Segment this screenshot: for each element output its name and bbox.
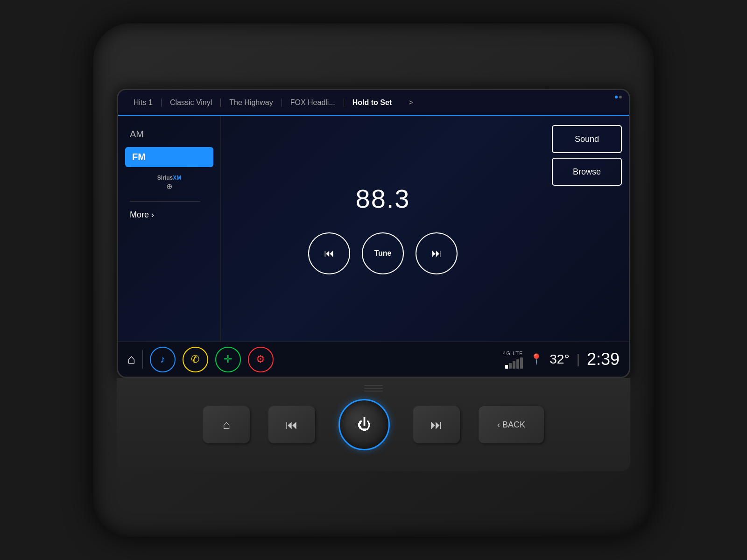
preset-highway[interactable]: The Highway bbox=[221, 98, 282, 107]
settings-nav-button[interactable]: ⚙ bbox=[248, 347, 274, 372]
next-icon: ⏭ bbox=[431, 247, 442, 259]
signal-bar-3 bbox=[513, 361, 515, 369]
am-button[interactable]: AM bbox=[125, 125, 213, 143]
nav-crosshair-icon: ✛ bbox=[224, 353, 232, 365]
preset-chevron-right[interactable]: > bbox=[400, 98, 421, 107]
physical-home-button[interactable]: ⌂ bbox=[203, 406, 250, 443]
band-divider bbox=[130, 201, 200, 202]
physical-next-button[interactable]: ⏭ bbox=[413, 406, 460, 443]
car-bezel: Hits 1 Classic Vinyl The Highway FOX Hea… bbox=[93, 23, 654, 537]
signal-bar-4 bbox=[516, 359, 519, 369]
dot-2 bbox=[619, 96, 622, 98]
main-content: AM FM SiriusXM ⊕ More › 88.3 bbox=[118, 116, 629, 342]
dot-1 bbox=[615, 96, 618, 98]
tune-button[interactable]: Tune bbox=[362, 232, 404, 274]
preset-hits1[interactable]: Hits 1 bbox=[125, 98, 162, 107]
frequency-display: 88.3 bbox=[356, 183, 410, 214]
more-label: More bbox=[130, 210, 149, 220]
right-panel: Sound Browse bbox=[545, 116, 629, 342]
transport-controls: ⏮ Tune ⏭ bbox=[308, 232, 458, 274]
time-display: 2:39 bbox=[587, 350, 620, 369]
music-nav-button[interactable]: ♪ bbox=[150, 347, 176, 372]
more-button[interactable]: More › bbox=[125, 208, 213, 222]
sound-button[interactable]: Sound bbox=[552, 125, 622, 153]
physical-home-icon: ⌂ bbox=[223, 418, 230, 432]
lte-label: 4G LTE bbox=[503, 350, 523, 356]
time-separator: | bbox=[577, 352, 580, 367]
physical-prev-button[interactable]: ⏮ bbox=[268, 406, 315, 443]
preset-classic-vinyl[interactable]: Classic Vinyl bbox=[162, 98, 221, 107]
home-nav-button[interactable]: ⌂ bbox=[127, 352, 135, 367]
physical-back-label: ‹ BACK bbox=[497, 420, 525, 430]
music-icon: ♪ bbox=[160, 353, 165, 365]
status-right: 4G LTE 📍 32° | 2:39 bbox=[503, 350, 620, 369]
browse-button[interactable]: Browse bbox=[552, 158, 622, 186]
status-bar: ⌂ ♪ ✆ ✛ ⚙ 4G LTE bbox=[118, 342, 629, 377]
sirius-logo: SiriusXM ⊕ bbox=[157, 175, 181, 191]
signal-bars bbox=[505, 357, 523, 369]
home-icon: ⌂ bbox=[127, 352, 135, 366]
power-knob[interactable]: ⏻ bbox=[338, 399, 390, 450]
preset-hold-to-set[interactable]: Hold to Set bbox=[344, 98, 400, 107]
settings-icon: ⚙ bbox=[256, 353, 265, 365]
location-icon: 📍 bbox=[530, 353, 543, 365]
signal-bar-2 bbox=[509, 363, 512, 369]
screen: Hits 1 Classic Vinyl The Highway FOX Hea… bbox=[117, 89, 630, 378]
signal-bar-1 bbox=[505, 365, 508, 369]
preset-bar: Hits 1 Classic Vinyl The Highway FOX Hea… bbox=[118, 90, 629, 116]
physical-back-button[interactable]: ‹ BACK bbox=[479, 406, 544, 443]
power-icon: ⏻ bbox=[357, 417, 371, 433]
physical-next-icon: ⏭ bbox=[430, 418, 443, 432]
signal-bar-5 bbox=[520, 357, 523, 369]
physical-prev-icon: ⏮ bbox=[286, 418, 298, 432]
physical-controls: ⌂ ⏮ ⏻ ⏭ ‹ BACK bbox=[117, 378, 630, 471]
grip-lines bbox=[364, 385, 383, 392]
next-button[interactable]: ⏭ bbox=[416, 232, 458, 274]
phone-nav-button[interactable]: ✆ bbox=[183, 347, 208, 372]
temperature-display: 32° bbox=[550, 352, 569, 367]
phone-icon: ✆ bbox=[191, 353, 199, 365]
nav-separator bbox=[142, 350, 143, 369]
center-panel: 88.3 ⏮ Tune ⏭ bbox=[221, 116, 545, 342]
more-chevron-icon: › bbox=[151, 210, 154, 220]
navigation-nav-button[interactable]: ✛ bbox=[215, 347, 241, 372]
fm-button[interactable]: FM bbox=[125, 147, 213, 167]
preset-fox[interactable]: FOX Headli... bbox=[282, 98, 344, 107]
signal-info: 4G LTE bbox=[503, 350, 523, 369]
prev-icon: ⏮ bbox=[324, 247, 334, 259]
sirius-button[interactable]: SiriusXM ⊕ bbox=[125, 171, 213, 195]
prev-button[interactable]: ⏮ bbox=[308, 232, 350, 274]
left-panel: AM FM SiriusXM ⊕ More › bbox=[118, 116, 221, 342]
dots-indicator bbox=[615, 96, 622, 98]
